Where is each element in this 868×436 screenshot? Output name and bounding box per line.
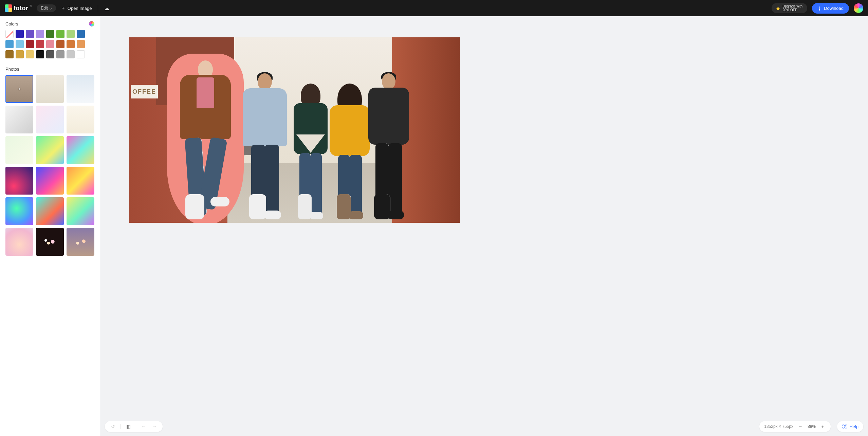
color-swatch[interactable] bbox=[67, 40, 75, 48]
avatar[interactable] bbox=[854, 3, 863, 13]
upgrade-line2: 20% OFF bbox=[782, 8, 802, 12]
photo-thumbnail[interactable] bbox=[67, 75, 94, 103]
photo-thumbnail[interactable] bbox=[36, 197, 64, 225]
photo-thumbnail[interactable] bbox=[5, 167, 33, 195]
registered-icon: ® bbox=[30, 4, 32, 8]
person-2 bbox=[241, 73, 289, 219]
photo-thumbnail[interactable] bbox=[67, 228, 94, 256]
history-bar: ↺ ◧ ← → bbox=[105, 421, 163, 432]
open-image-button[interactable]: ＋ Open Image bbox=[61, 5, 92, 11]
reset-button[interactable]: ↺ bbox=[110, 423, 116, 430]
compare-button[interactable]: ◧ bbox=[125, 423, 132, 430]
zoom-in-button[interactable]: + bbox=[820, 423, 826, 430]
photo-thumbnail[interactable] bbox=[5, 136, 33, 164]
canvas[interactable]: OFFEE bbox=[129, 37, 460, 223]
color-swatch[interactable] bbox=[16, 30, 24, 38]
download-button[interactable]: ⭳ Download bbox=[812, 3, 849, 14]
color-swatch[interactable] bbox=[36, 30, 44, 38]
color-swatch[interactable] bbox=[16, 50, 24, 58]
person-3 bbox=[292, 84, 329, 219]
help-button[interactable]: ? Help bbox=[837, 421, 863, 432]
color-swatch[interactable] bbox=[77, 40, 85, 48]
sidebar: Colors Photos bbox=[0, 16, 100, 436]
photo-thumbnail[interactable] bbox=[5, 75, 33, 103]
photos-title: Photos bbox=[5, 67, 19, 72]
chevron-down-icon: ⌵ bbox=[50, 6, 52, 11]
upgrade-line1: Upgrade with bbox=[782, 4, 802, 8]
upgrade-button[interactable]: ◆ Upgrade with 20% OFF bbox=[772, 3, 807, 13]
help-label: Help bbox=[849, 424, 858, 429]
help-icon: ? bbox=[842, 424, 847, 429]
photo-thumbnail[interactable] bbox=[36, 106, 64, 133]
colors-title: Colors bbox=[5, 21, 18, 26]
color-swatch[interactable] bbox=[46, 40, 54, 48]
color-swatch[interactable] bbox=[56, 30, 64, 38]
color-swatch[interactable] bbox=[67, 50, 75, 58]
photo-thumbnail[interactable] bbox=[5, 228, 33, 256]
photo-thumbnail[interactable] bbox=[67, 136, 94, 164]
color-swatch[interactable] bbox=[26, 30, 34, 38]
photo-thumbnail[interactable] bbox=[36, 75, 64, 103]
color-swatch[interactable] bbox=[77, 50, 85, 58]
zoom-bar: 1352px × 755px − 88% + bbox=[759, 421, 831, 432]
color-swatch[interactable] bbox=[77, 30, 85, 38]
download-label: Download bbox=[824, 6, 844, 11]
logo-text: fotor bbox=[14, 5, 28, 12]
logo[interactable]: fotor ® bbox=[5, 4, 32, 12]
divider bbox=[98, 5, 98, 12]
photo-thumbnail[interactable] bbox=[36, 167, 64, 195]
color-swatch[interactable] bbox=[36, 50, 44, 58]
zoom-level: 88% bbox=[808, 424, 816, 429]
photos-header: Photos bbox=[5, 67, 94, 72]
coffee-sign: OFFEE bbox=[131, 85, 158, 98]
divider bbox=[121, 424, 121, 429]
photo-thumbnail[interactable] bbox=[5, 197, 33, 225]
main: Colors Photos OFFEE bbox=[0, 16, 868, 436]
upgrade-text: Upgrade with 20% OFF bbox=[782, 4, 802, 12]
color-swatch[interactable] bbox=[26, 50, 34, 58]
color-swatch[interactable] bbox=[5, 40, 14, 48]
color-swatch[interactable] bbox=[26, 40, 34, 48]
plus-icon: ＋ bbox=[61, 5, 66, 11]
photo-thumbnail[interactable] bbox=[67, 167, 94, 195]
color-swatch[interactable] bbox=[46, 30, 54, 38]
photo-thumbnail[interactable] bbox=[36, 228, 64, 256]
edit-menu[interactable]: Edit ⌵ bbox=[37, 4, 56, 12]
person-5 bbox=[367, 73, 411, 219]
undo-button[interactable]: ← bbox=[140, 423, 147, 430]
color-swatch[interactable] bbox=[46, 50, 54, 58]
open-image-label: Open Image bbox=[68, 6, 92, 11]
diamond-icon: ◆ bbox=[776, 6, 780, 11]
edit-label: Edit bbox=[41, 6, 48, 11]
color-swatch[interactable] bbox=[67, 30, 75, 38]
topbar: fotor ® Edit ⌵ ＋ Open Image ☁ ◆ Upgrade … bbox=[0, 0, 868, 16]
person-4 bbox=[329, 84, 370, 219]
palette-icon[interactable] bbox=[89, 21, 94, 26]
logo-icon bbox=[5, 4, 12, 12]
photo-thumbnail[interactable] bbox=[67, 197, 94, 225]
canvas-area: OFFEE bbox=[100, 16, 868, 436]
colors-header: Colors bbox=[5, 21, 94, 26]
person-1-highlighted bbox=[173, 60, 238, 219]
photo-thumbnail[interactable] bbox=[5, 106, 33, 133]
redo-button[interactable]: → bbox=[151, 423, 158, 430]
photo-thumbnail[interactable] bbox=[36, 136, 64, 164]
color-swatch[interactable] bbox=[5, 50, 14, 58]
zoom-out-button[interactable]: − bbox=[797, 423, 804, 430]
canvas-image: OFFEE bbox=[129, 37, 460, 223]
color-swatch[interactable] bbox=[36, 40, 44, 48]
download-icon: ⭳ bbox=[817, 6, 822, 11]
canvas-dimensions: 1352px × 755px bbox=[764, 424, 793, 429]
color-swatch[interactable] bbox=[16, 40, 24, 48]
color-swatch[interactable] bbox=[5, 30, 14, 38]
cloud-icon: ☁ bbox=[104, 5, 110, 12]
colors-swatches bbox=[5, 30, 94, 58]
cloud-button[interactable]: ☁ bbox=[104, 5, 110, 12]
photo-thumbnail[interactable] bbox=[67, 106, 94, 133]
photos-grid bbox=[5, 75, 94, 256]
divider bbox=[136, 424, 136, 429]
color-swatch[interactable] bbox=[56, 50, 64, 58]
color-swatch[interactable] bbox=[56, 40, 64, 48]
